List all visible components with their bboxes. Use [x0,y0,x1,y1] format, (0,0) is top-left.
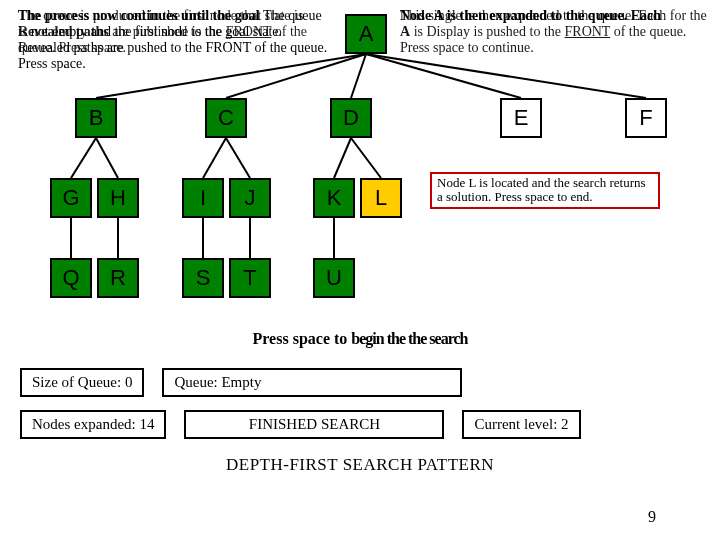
node-Q: Q [50,258,92,298]
node-S: S [182,258,224,298]
current-level: Current level: 2 [462,410,580,439]
node-U: U [313,258,355,298]
overlap-right-text: This single is then expanded to the queu… [400,8,707,55]
prompt-text: Press space to [253,330,352,347]
node-D: D [330,98,372,138]
node-E: E [500,98,542,138]
finished-search: FINISHED SEARCH [184,410,444,439]
node-G: G [50,178,92,218]
node-H: H [97,178,139,218]
node-L: L [360,178,402,218]
queue-contents: Queue: Empty [162,368,462,397]
node-T: T [229,258,271,298]
algorithm-title: DEPTH-FIRST SEARCH PATTERN [0,455,720,475]
node-I: I [182,178,224,218]
node-K: K [313,178,355,218]
node-C: C [205,98,247,138]
overlap-left-shadow: The queue is produced in the first node … [18,8,307,55]
svg-line-5 [71,138,96,178]
node-J: J [229,178,271,218]
svg-line-9 [334,138,351,178]
page-number: 9 [648,508,656,526]
size-of-queue: Size of Queue: 0 [20,368,144,397]
node-R: R [97,258,139,298]
svg-line-3 [366,54,521,98]
node-A: A [345,14,387,54]
svg-line-2 [351,54,366,98]
node-B: B [75,98,117,138]
svg-line-8 [226,138,250,178]
svg-line-7 [203,138,226,178]
svg-line-10 [351,138,381,178]
svg-line-6 [96,138,118,178]
annotation-node-L: Node L is located and the search returns… [430,172,660,209]
node-F: F [625,98,667,138]
prompt-mangled: begin the the search [351,330,467,347]
svg-line-4 [366,54,646,98]
nodes-expanded: Nodes expanded: 14 [20,410,166,439]
